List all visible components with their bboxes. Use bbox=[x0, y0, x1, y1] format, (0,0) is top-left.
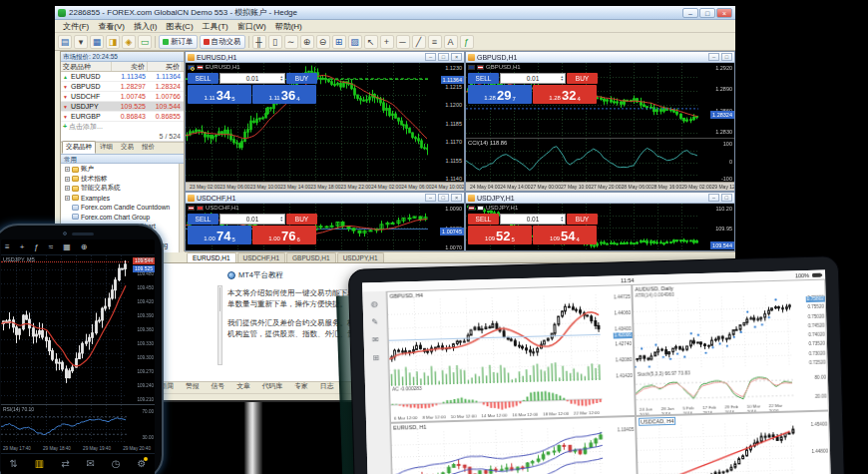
buy-price-box[interactable]: 109544 bbox=[533, 226, 597, 244]
menu-item[interactable]: 工具(T) bbox=[199, 21, 232, 32]
terminal-tab[interactable]: 信号 bbox=[206, 379, 231, 393]
buy-price-box[interactable]: 1.00766 bbox=[252, 226, 316, 244]
terminal-scrollbar[interactable] bbox=[217, 285, 222, 365]
bar-chart-icon[interactable]: ╫ bbox=[252, 35, 266, 49]
audusd-candles-canvas[interactable] bbox=[634, 295, 793, 371]
text-icon[interactable]: A bbox=[444, 35, 458, 49]
indicators-icon[interactable]: ƒ bbox=[460, 35, 474, 49]
symbol-row[interactable]: EURGBP 0.86843 0.86855 bbox=[61, 112, 184, 122]
expand-icon[interactable]: + bbox=[65, 177, 70, 182]
zoom-in-icon[interactable]: ⊕ bbox=[300, 35, 314, 49]
volume-input[interactable]: 0.01 ▲▼ bbox=[219, 73, 285, 84]
market-watch-tab[interactable]: 详细 bbox=[96, 141, 117, 154]
terminal-tab[interactable]: 文章 bbox=[230, 379, 256, 393]
crosshair-icon[interactable]: + bbox=[20, 242, 25, 251]
add-chart-icon[interactable]: ⊞ bbox=[372, 353, 379, 362]
expand-icon[interactable]: + bbox=[65, 186, 70, 191]
terminal-tab[interactable]: 警报 bbox=[180, 379, 206, 393]
sell-price-box[interactable]: 1.00745 bbox=[188, 226, 251, 244]
chart-area[interactable]: USDCHF,H1 SELL 0.01 ▲▼ BUY 1.00745 1.007… bbox=[186, 204, 464, 250]
restore-button[interactable]: □ bbox=[721, 194, 732, 202]
trendline-icon[interactable]: ╱ bbox=[412, 35, 426, 49]
chart-window-titlebar[interactable]: EURUSD,H1 – □ × bbox=[186, 52, 464, 63]
add-symbol-row[interactable]: 点击添加... bbox=[61, 122, 184, 132]
restore-button[interactable]: □ bbox=[438, 194, 449, 202]
phone-chart-area[interactable]: USDJPY, M5 109.544 109.525 109.510109.48… bbox=[1, 254, 155, 404]
crosshair-icon[interactable]: + bbox=[380, 35, 394, 49]
tablet-chart-eurusd[interactable]: EURUSD, H1 1.104051.10300 bbox=[390, 416, 638, 474]
menu-item[interactable]: 文件(F) bbox=[59, 21, 93, 32]
terminal-tab[interactable]: 代码库 bbox=[256, 379, 288, 393]
minimize-button[interactable]: – bbox=[425, 53, 436, 61]
chart-tab[interactable]: USDCHF,H1 bbox=[237, 252, 285, 262]
restore-button[interactable]: □ bbox=[438, 53, 449, 61]
sell-price-box[interactable]: 1.28297 bbox=[468, 85, 532, 104]
mailbox-icon[interactable]: ✉ bbox=[87, 458, 95, 469]
chart-area[interactable]: EURUSD,H1 SELL 0.01 ▲▼ BUY 1.11345 1.1 bbox=[186, 63, 464, 191]
tile-windows-icon[interactable]: ⊞ bbox=[332, 35, 346, 49]
buy-price-box[interactable]: 1.28324 bbox=[533, 85, 597, 104]
terminal-tab[interactable]: 专家 bbox=[288, 379, 314, 393]
market-watch-icon[interactable]: ▦ bbox=[90, 35, 104, 49]
trade-icon[interactable]: ⇄ bbox=[61, 458, 69, 469]
chart-tab[interactable]: GBPUSD,H1 bbox=[286, 252, 336, 262]
sell-button[interactable]: SELL bbox=[468, 214, 499, 225]
navigator-item[interactable]: + 技术指标 bbox=[61, 175, 184, 185]
terminal-tab[interactable]: 日志 bbox=[314, 379, 340, 393]
symbol-row[interactable]: USDCHF 1.00745 1.00766 bbox=[61, 92, 184, 102]
sell-button[interactable]: SELL bbox=[188, 214, 218, 225]
menu-item[interactable]: 图表(C) bbox=[162, 21, 197, 32]
sell-price-box[interactable]: 1.11345 bbox=[188, 85, 251, 104]
navigator-item[interactable]: + Forex.com Candle Countdown bbox=[61, 203, 184, 213]
minimize-button[interactable]: – bbox=[682, 8, 698, 18]
menu-item[interactable]: 查看(V) bbox=[94, 21, 129, 32]
sell-button[interactable]: SELL bbox=[188, 73, 218, 84]
chat-icon[interactable]: ✉ bbox=[372, 335, 379, 344]
tablet-chart-gbpusd[interactable]: GBPUSD, H4 1.447251.440601.434001.427401… bbox=[386, 284, 636, 423]
window-titlebar[interactable]: 2286855 - FOREX.com GlobalCN Demo 553 - … bbox=[55, 6, 735, 20]
buy-button[interactable]: BUY bbox=[567, 73, 598, 84]
new-order-button[interactable]: 新订单 bbox=[159, 35, 198, 49]
new-chart-icon[interactable]: ▤ bbox=[58, 35, 72, 49]
menu-item[interactable]: 插入(I) bbox=[130, 21, 162, 32]
chart-area[interactable]: USDJPY,H1 SELL 0.01 ▲▼ BUY 109525 109544 bbox=[466, 204, 734, 250]
close-button[interactable]: × bbox=[451, 194, 462, 202]
chart-window-titlebar[interactable]: GBPUSD,H1 – □ bbox=[466, 52, 734, 63]
hline-icon[interactable]: ─ bbox=[396, 35, 410, 49]
zoom-out-icon[interactable]: ⊖ bbox=[316, 35, 330, 49]
templates-icon[interactable]: ▨ bbox=[348, 35, 362, 49]
symbol-row[interactable]: EURUSD 1.11345 1.11364 bbox=[61, 72, 184, 82]
navigator-item[interactable]: + Examples bbox=[61, 194, 184, 204]
minimize-button[interactable]: – bbox=[708, 53, 719, 61]
functions-icon[interactable]: ƒ bbox=[34, 242, 38, 251]
rsi-pane[interactable]: RSI(14) 70.10 70.0030.00 bbox=[1, 404, 155, 444]
accounts-icon[interactable]: ◍ bbox=[371, 299, 378, 308]
indicators-icon[interactable]: ≈ bbox=[49, 242, 53, 251]
symbol-row[interactable]: GBPUSD 1.28297 1.28324 bbox=[61, 82, 184, 92]
chart-window-titlebar[interactable]: USDJPY,H1 – □ bbox=[466, 193, 734, 204]
menu-icon[interactable]: ≡ bbox=[5, 242, 10, 251]
usdcad-candles-canvas[interactable] bbox=[637, 421, 796, 474]
minimize-button[interactable]: – bbox=[708, 194, 719, 202]
volume-spinner[interactable]: ▲▼ bbox=[280, 217, 283, 223]
volume-input[interactable]: 0.01 ▲▼ bbox=[219, 214, 285, 225]
restore-button[interactable]: □ bbox=[721, 53, 732, 61]
history-icon[interactable]: ◷ bbox=[112, 458, 121, 469]
volume-spinner[interactable]: ▲▼ bbox=[561, 217, 564, 223]
tablet-chart-usdcad[interactable]: USDCAD, H4 1.454001.448001.44240 bbox=[636, 411, 831, 474]
menu-item[interactable]: 窗口(W) bbox=[233, 21, 270, 32]
market-watch-tab[interactable]: 交易品种 bbox=[62, 141, 96, 154]
navigator-item[interactable]: + Forex.com Chart Group bbox=[61, 213, 184, 223]
terminal-icon[interactable]: ▭ bbox=[138, 35, 152, 49]
quotes-icon[interactable]: ⇅ bbox=[9, 458, 17, 469]
sell-button[interactable]: SELL bbox=[468, 73, 499, 84]
charts-icon[interactable]: ▥ bbox=[35, 458, 44, 469]
settings-icon[interactable]: ⚙ bbox=[138, 458, 147, 469]
market-watch-tab[interactable]: 报价 bbox=[138, 141, 159, 154]
navigator-item[interactable]: + 账户 bbox=[61, 165, 184, 175]
symbol-row[interactable]: USDJPY 109.525 109.544 bbox=[61, 102, 184, 112]
gbpusd-candles-canvas[interactable] bbox=[388, 294, 602, 386]
new-order-icon[interactable]: ⊕ bbox=[81, 242, 88, 251]
eurusd-candles-canvas[interactable] bbox=[391, 427, 605, 474]
expand-icon[interactable]: + bbox=[65, 196, 70, 201]
